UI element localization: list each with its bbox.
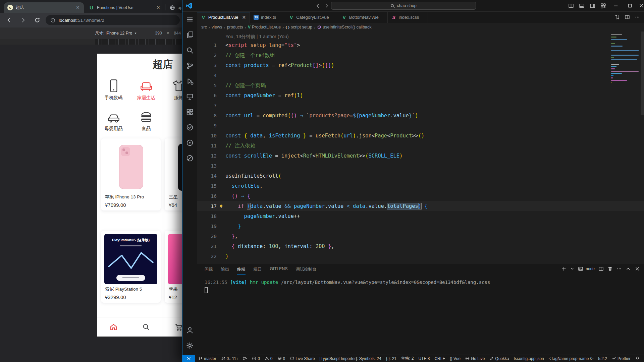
category-item[interactable]: 食品 xyxy=(130,105,162,136)
panel-tab[interactable]: 问题 xyxy=(205,266,213,275)
terminal-name[interactable]: node xyxy=(586,266,595,271)
code-line[interactable]: 17 if (data.value && pageNumber.value < … xyxy=(197,201,644,211)
terminal-dropdown-icon[interactable] xyxy=(570,266,574,272)
code-line[interactable]: 15 scrollEle, xyxy=(197,181,644,191)
activity-circle-slash[interactable] xyxy=(182,150,197,166)
breadcrumb[interactable]: src› views› products› VProductList.vue› … xyxy=(197,23,644,32)
panel-tab[interactable]: 端口 xyxy=(254,266,262,275)
site-info-icon[interactable] xyxy=(50,18,55,23)
status-item[interactable]: Prettier xyxy=(609,356,633,361)
code-line[interactable]: 12 const scrollEle = inject<Ref<HTMLDivE… xyxy=(197,151,644,161)
code-line[interactable]: 13 xyxy=(197,161,644,171)
browser-tab-chao[interactable]: C 超店 ✕ xyxy=(4,2,84,13)
editor-scrollbar[interactable] xyxy=(641,32,644,115)
history-forward-icon[interactable] xyxy=(324,3,329,8)
panel-more-icon[interactable] xyxy=(616,266,622,272)
code-line[interactable]: 14 useInfiniteScroll( xyxy=(197,171,644,181)
category-item[interactable]: 手机数码 xyxy=(97,74,130,105)
minimap[interactable] xyxy=(611,34,639,84)
editor-tab[interactable]: TS index.ts xyxy=(250,12,285,23)
activity-account[interactable] xyxy=(182,322,197,338)
back-icon[interactable] xyxy=(6,17,12,23)
tab-close-icon[interactable]: ✕ xyxy=(242,15,246,20)
status-item[interactable]: 0↓ 11↑ xyxy=(219,356,240,361)
panel-tab[interactable]: 调试控制台 xyxy=(296,266,317,275)
code-line[interactable]: 16 () ⇒ { xyxy=(197,191,644,201)
tab-close-icon[interactable]: ✕ xyxy=(75,5,80,10)
open-changes-icon[interactable] xyxy=(614,14,620,20)
editor-tab[interactable]: V BottomNav.vue xyxy=(338,12,388,23)
browser-tab-vueuse[interactable]: U Functions | VueUse ✕ xyxy=(85,2,164,13)
activity-files[interactable] xyxy=(182,27,197,43)
split-editor-icon[interactable] xyxy=(625,14,630,20)
code-line[interactable]: 22 ) xyxy=(197,251,644,261)
nav-search-tab[interactable] xyxy=(130,317,162,337)
panel-tab[interactable]: 输出 xyxy=(221,266,229,275)
activity-gear[interactable] xyxy=(182,338,197,353)
status-item[interactable]: 0 xyxy=(275,356,288,361)
status-item[interactable]: 0 xyxy=(250,356,262,361)
node-terminal-icon[interactable] xyxy=(578,266,583,272)
breadcrumb-item[interactable]: useInfiniteScroll() callback xyxy=(317,25,371,29)
status-item[interactable]: master xyxy=(196,356,219,361)
status-item[interactable]: Live Share xyxy=(287,356,317,361)
status-item[interactable]: Quokka xyxy=(487,356,511,361)
status-item[interactable]: 空格: 2 xyxy=(399,356,416,361)
activity-search[interactable] xyxy=(182,43,197,58)
activity-circle-dot[interactable] xyxy=(182,135,197,150)
breadcrumb-item[interactable]: products xyxy=(227,25,243,29)
code-line[interactable]: 19 } xyxy=(197,221,644,231)
breadcrumb-item[interactable]: VProductList.vue xyxy=(248,25,281,29)
status-item[interactable]: Go Live xyxy=(463,356,487,361)
panel-tab[interactable]: GITLENS xyxy=(270,266,287,275)
product-card[interactable]: 苹果 iPhone 13 Pro ¥7099.00 xyxy=(101,138,161,210)
code-line[interactable]: 2 // 创建一个ref数组 xyxy=(197,50,644,60)
activity-run-debug[interactable] xyxy=(182,73,197,89)
activity-menu[interactable] xyxy=(182,12,197,27)
code-line[interactable]: 3 const products = ref<Product[]>([]) xyxy=(197,60,644,70)
code-line[interactable]: 4 xyxy=(197,70,644,80)
activity-extensions[interactable] xyxy=(182,104,197,120)
command-center-search[interactable]: chao-shop xyxy=(331,2,476,10)
device-selector[interactable]: 尺寸: iPhone 12 Pro ▼ xyxy=(95,31,137,36)
reload-icon[interactable] xyxy=(34,17,40,23)
product-card[interactable]: PlayStation®5 (轻薄版) 索尼 PlayStation 5 ¥32… xyxy=(101,231,161,303)
status-item[interactable]: UTF-8 xyxy=(416,356,432,361)
toggle-secondary-sidebar-icon[interactable] xyxy=(590,3,595,9)
new-terminal-icon[interactable] xyxy=(561,266,567,272)
status-item[interactable]: {.}: 21 xyxy=(384,356,399,361)
code-line[interactable]: 6 const pageNumber = ref(1) xyxy=(197,90,644,101)
customize-layout-icon[interactable] xyxy=(600,3,606,9)
status-item[interactable]: 0 xyxy=(262,356,275,361)
code-line[interactable]: 18 pageNumber.value++ xyxy=(197,211,644,221)
more-actions-icon[interactable] xyxy=(635,14,640,20)
viewport-height[interactable]: 844 xyxy=(174,31,181,36)
split-terminal-icon[interactable] xyxy=(598,266,604,272)
status-item[interactable]: tsconfig.app.json xyxy=(512,356,546,361)
forward-icon[interactable] xyxy=(20,17,26,23)
activity-source-control[interactable] xyxy=(182,58,197,73)
terminal-output[interactable]: 16:21:55 [vite] hmr update /src/layout/B… xyxy=(197,275,644,293)
minimize-icon[interactable] xyxy=(613,3,619,8)
status-item[interactable]: 5.2.2 xyxy=(596,356,609,361)
url-bar[interactable]: localhost:5173/home/2 xyxy=(46,15,180,25)
code-line[interactable]: 10 const { data, isFetching } = useFetch… xyxy=(197,131,644,141)
code-line[interactable]: 11 // 注入依赖 xyxy=(197,141,644,151)
code-line[interactable]: 8 const url = computed(() ⇒ `products?pa… xyxy=(197,111,644,121)
code-line[interactable]: 5 // 创建一个页码 xyxy=(197,80,644,90)
status-item[interactable]: [TypeScript Importer]: Symbols: 24 xyxy=(317,356,384,361)
code-editor[interactable]: You, 13分钟前 | 1 author (You) 1 <script se… xyxy=(197,32,644,263)
remote-indicator[interactable] xyxy=(182,355,195,362)
status-item[interactable] xyxy=(633,356,642,361)
breadcrumb-item[interactable]: views xyxy=(212,25,222,29)
maximize-icon[interactable] xyxy=(627,3,633,8)
toggle-panel-icon[interactable] xyxy=(579,3,585,9)
category-item[interactable]: 家居生活 xyxy=(130,74,162,105)
split-editor-layout-icon[interactable] xyxy=(568,3,574,9)
code-line[interactable]: 21 { distance: 100, interval: 200 }, xyxy=(197,241,644,251)
code-line[interactable]: 9 xyxy=(197,121,644,131)
status-item[interactable]: <TagName prop-name /> xyxy=(546,356,596,361)
kill-terminal-icon[interactable] xyxy=(607,266,613,272)
history-back-icon[interactable] xyxy=(315,3,321,8)
editor-tab[interactable]: S index.scss xyxy=(388,12,428,23)
